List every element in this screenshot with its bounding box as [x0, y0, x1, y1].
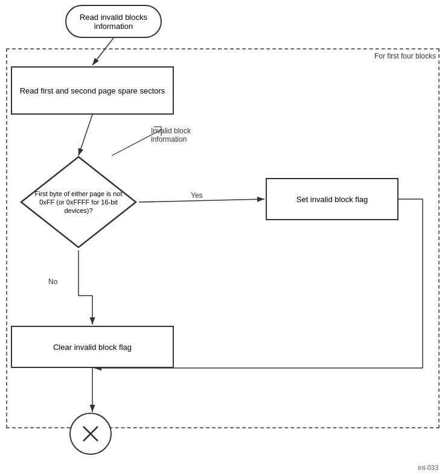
process2-label: Set invalid block flag: [296, 195, 368, 204]
loop-label: For first four blocks: [374, 52, 436, 60]
start-label: Read invalid blocks information: [80, 13, 147, 31]
no-label: No: [48, 278, 57, 286]
diagram-container: For first four blocks Read invalid block…: [0, 0, 448, 476]
end-terminal: [69, 413, 112, 455]
process3-label: Clear invalid block flag: [53, 343, 132, 352]
process-box-set-flag: Set invalid block flag: [266, 178, 398, 220]
yes-label: Yes: [191, 191, 203, 200]
end-terminal-icon: [78, 422, 103, 446]
decision-diamond: First byte of either page is not 0xFF (o…: [18, 154, 139, 250]
process-box-clear-flag: Clear invalid block flag: [11, 326, 174, 368]
start-terminal: Read invalid blocks information: [65, 5, 162, 38]
invalid-block-info-label: Invalid block information: [151, 127, 191, 144]
decision-label: First byte of either page is not 0xFF (o…: [18, 154, 139, 250]
process1-label: Read first and second page spare sectors: [20, 86, 165, 95]
int-reference: int-033: [418, 464, 438, 471]
process-box-read-spare: Read first and second page spare sectors: [11, 66, 174, 115]
